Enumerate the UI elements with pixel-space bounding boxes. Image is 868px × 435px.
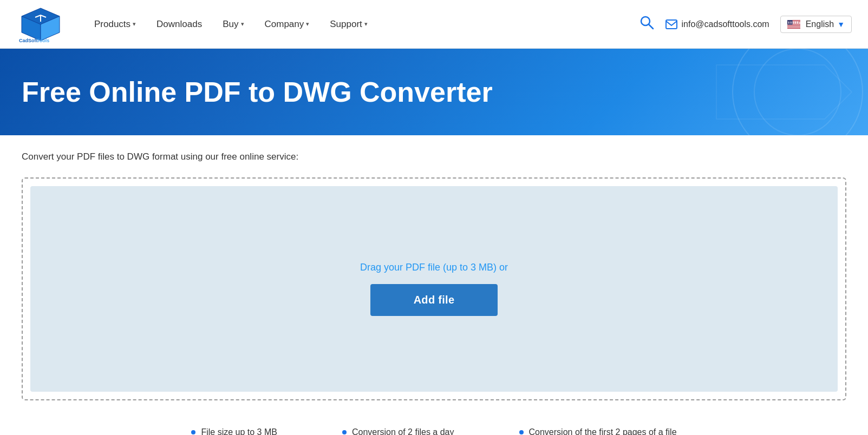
drop-zone-outer[interactable]: Drag your PDF file (up to 3 MB) or Add f… (22, 177, 846, 400)
bullet-icon-3 (519, 430, 524, 434)
search-button[interactable] (638, 14, 655, 34)
feature-text-1: File size up to 3 MB (201, 427, 277, 435)
features-row: File size up to 3 MB Conversion of 2 fil… (22, 417, 846, 435)
feature-item-2: Conversion of 2 files a day (342, 427, 454, 435)
main-content: Convert your PDF files to DWG format usi… (0, 135, 868, 435)
language-label: English (806, 19, 834, 29)
add-file-button[interactable]: Add file (370, 284, 498, 316)
email-icon (665, 19, 677, 29)
svg-text:CadSoft: CadSoft (19, 38, 38, 43)
language-chevron-icon: ▼ (837, 20, 845, 29)
nav-company[interactable]: Company ▾ (257, 15, 317, 34)
hero-banner: Free Online PDF to DWG Converter (0, 49, 868, 135)
feature-item-1: File size up to 3 MB (191, 427, 277, 435)
nav-downloads[interactable]: Downloads (149, 15, 210, 34)
nav-products[interactable]: Products ▾ (87, 15, 143, 34)
feature-text-2: Conversion of 2 files a day (352, 427, 454, 435)
flag-us-icon: ★★★★★★ ★★★★★ (787, 20, 800, 29)
page-subtitle: Convert your PDF files to DWG format usi… (22, 151, 846, 162)
language-selector[interactable]: ★★★★★★ ★★★★★ English ▼ (780, 16, 852, 33)
bullet-icon-2 (342, 430, 347, 434)
header-right: info@cadsofttools.com ★★★★★★ ★★★★★ Engli… (638, 14, 852, 34)
products-chevron-icon: ▾ (133, 21, 136, 28)
svg-text:Tools: Tools (37, 38, 49, 43)
svg-rect-16 (787, 27, 800, 28)
buy-chevron-icon: ▾ (241, 21, 244, 28)
drop-zone-inner[interactable]: Drag your PDF file (up to 3 MB) or Add f… (30, 186, 838, 392)
svg-rect-9 (666, 20, 677, 29)
svg-rect-15 (787, 26, 800, 27)
logo-link[interactable]: CadSoft Tools (16, 5, 65, 43)
feature-text-3: Conversion of the first 2 pages of a fil… (529, 427, 677, 435)
svg-line-8 (649, 24, 653, 29)
site-header: CadSoft Tools Products ▾ Downloads Buy ▾… (0, 0, 868, 49)
feature-item-3: Conversion of the first 2 pages of a fil… (519, 427, 677, 435)
email-link[interactable]: info@cadsofttools.com (665, 19, 769, 29)
drag-text: Drag your PDF file (up to 3 MB) or (360, 262, 508, 273)
support-chevron-icon: ▾ (364, 21, 368, 28)
logo-icon: CadSoft Tools (16, 5, 65, 43)
search-icon (638, 14, 655, 30)
company-chevron-icon: ▾ (306, 21, 309, 28)
bullet-icon-1 (191, 430, 195, 434)
main-nav: Products ▾ Downloads Buy ▾ Company ▾ Sup… (87, 15, 638, 34)
svg-text:★★★★★: ★★★★★ (788, 20, 799, 23)
svg-rect-14 (787, 24, 800, 25)
hero-title: Free Online PDF to DWG Converter (22, 76, 493, 108)
nav-buy[interactable]: Buy ▾ (215, 15, 251, 34)
nav-support[interactable]: Support ▾ (322, 15, 375, 34)
